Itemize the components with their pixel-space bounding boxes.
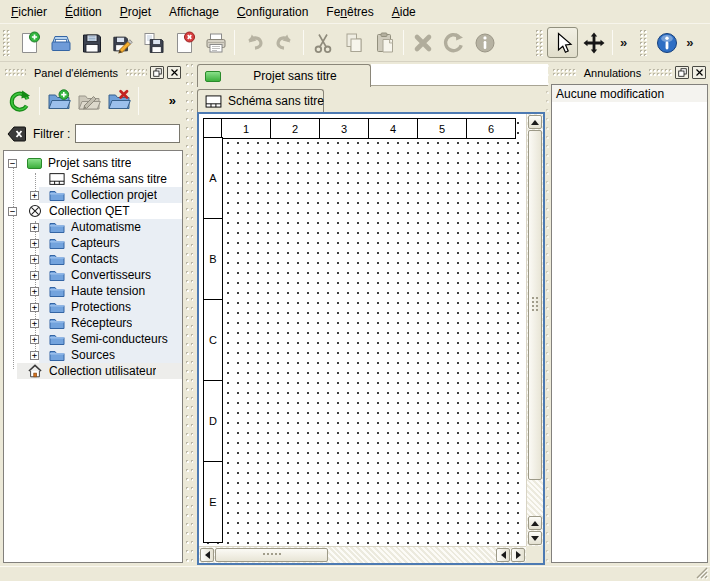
undo-button[interactable] — [238, 27, 269, 58]
diagram-canvas[interactable]: 123456 ABCDE — [199, 114, 526, 546]
tree-expander[interactable] — [30, 335, 39, 344]
toolbar-drag-handle[interactable] — [3, 30, 11, 56]
toolbar-drag-handle[interactable] — [536, 30, 544, 56]
delete-button[interactable] — [407, 27, 438, 58]
elements-tree[interactable]: Projet sans titre — [3, 150, 183, 563]
diagram-information-icon — [655, 31, 679, 55]
tree-expander[interactable] — [30, 223, 39, 232]
tree-expander[interactable] — [30, 303, 39, 312]
clear-filter-button[interactable] — [6, 125, 28, 143]
menu-item[interactable]: Affichage — [160, 1, 228, 23]
undo-history-list[interactable]: Aucune modification — [551, 84, 708, 563]
copy-button[interactable] — [338, 27, 369, 58]
left-arrow-icon — [205, 551, 210, 559]
select-tool-button[interactable] — [547, 27, 578, 58]
menu-item[interactable]: Configuration — [228, 1, 317, 23]
project-icon — [27, 158, 42, 169]
tree-expander[interactable] — [30, 239, 39, 248]
horizontal-scrollbar[interactable] — [199, 546, 526, 563]
tree-expander[interactable] — [30, 319, 39, 328]
scroll-left-button[interactable] — [200, 548, 214, 562]
tree-item[interactable]: Collection QET — [4, 203, 182, 219]
tree-item[interactable]: Capteurs — [4, 235, 182, 251]
toolbar-separator — [612, 30, 613, 55]
save-button[interactable] — [76, 27, 107, 58]
scroll-right-button[interactable] — [511, 548, 525, 562]
paste-button[interactable] — [369, 27, 400, 58]
tree-expander[interactable] — [8, 159, 17, 168]
folder-icon — [49, 268, 65, 282]
tree-item[interactable]: Haute tension — [4, 283, 182, 299]
scroll-up-button[interactable] — [528, 115, 542, 129]
save-as-button[interactable] — [107, 27, 138, 58]
menu-item[interactable]: Fenêtres — [317, 1, 382, 23]
menu-item[interactable]: Fichier — [2, 1, 56, 23]
tree-item[interactable]: Sources — [4, 347, 182, 363]
panel-toolbar-overflow-button[interactable]: » — [169, 93, 181, 108]
new-category-button[interactable] — [44, 85, 74, 117]
tree-expander[interactable] — [30, 271, 39, 280]
scroll-up-button[interactable] — [528, 516, 542, 530]
toolbar-separator — [234, 30, 235, 55]
schema-tab-label: Schéma sans titre — [228, 94, 324, 108]
delete-category-button[interactable] — [104, 85, 134, 117]
tab-project[interactable]: Projet sans titre — [197, 64, 371, 87]
toolbar-overflow-button[interactable]: » — [616, 35, 631, 50]
float-panel-button[interactable] — [675, 66, 689, 79]
tree-item[interactable]: Schéma sans titre — [4, 171, 182, 187]
close-document-button[interactable] — [169, 27, 200, 58]
close-panel-button[interactable] — [167, 66, 181, 79]
new-document-button[interactable] — [14, 27, 45, 58]
menu-item[interactable]: Projet — [111, 1, 160, 23]
vertical-scrollbar[interactable] — [526, 114, 543, 546]
dock-texture — [126, 69, 147, 77]
tree-item[interactable]: Automatisme — [4, 219, 182, 235]
tree-item[interactable]: Collection utilisateur — [4, 363, 182, 379]
undo-list-item[interactable]: Aucune modification — [552, 85, 707, 102]
filter-input[interactable] — [75, 124, 180, 143]
vertical-scrollbar-thumb[interactable] — [528, 130, 542, 480]
splitter-handle[interactable] — [186, 64, 193, 563]
reload-collections-button[interactable] — [5, 85, 35, 117]
tree-expander[interactable] — [30, 287, 39, 296]
tab-schema[interactable]: Schéma sans titre — [197, 89, 324, 112]
scroll-down-button[interactable] — [528, 531, 542, 545]
resize-grip-icon[interactable] — [696, 567, 709, 580]
edit-category-button[interactable] — [74, 85, 104, 117]
tree-expander[interactable] — [30, 351, 39, 360]
tree-item[interactable]: Protections — [4, 299, 182, 315]
menu-item[interactable]: Édition — [56, 1, 111, 23]
tree-expander[interactable] — [30, 255, 39, 264]
tree-item[interactable]: Récepteurs — [4, 315, 182, 331]
diagram-information-button[interactable] — [651, 27, 682, 58]
tree-item[interactable]: Contacts — [4, 251, 182, 267]
information-button[interactable] — [469, 27, 500, 58]
tree-item[interactable]: Convertisseurs — [4, 267, 182, 283]
workspace: Projet sans titre Schéma sans titre 1234… — [197, 64, 548, 565]
tree-item[interactable]: Semi-conducteurs — [4, 331, 182, 347]
menu-item[interactable]: Aide — [383, 1, 425, 23]
tree-item[interactable]: Collection projet — [4, 187, 182, 203]
save-all-button[interactable] — [138, 27, 169, 58]
tree-item-label: Protections — [71, 300, 131, 314]
cut-button[interactable] — [307, 27, 338, 58]
close-icon — [695, 68, 704, 77]
tree-item[interactable]: Projet sans titre — [4, 155, 182, 171]
paste-icon — [373, 31, 397, 55]
horizontal-scrollbar-thumb[interactable] — [215, 548, 328, 562]
toolbar-overflow-button[interactable]: » — [682, 35, 697, 50]
status-bar — [0, 566, 710, 581]
redo-button[interactable] — [269, 27, 300, 58]
rotate-button[interactable] — [438, 27, 469, 58]
close-panel-button[interactable] — [692, 66, 706, 79]
float-icon — [678, 68, 687, 77]
undo-panel-dock: Annulations Aucune modification — [551, 64, 708, 563]
toolbar-drag-handle[interactable] — [640, 30, 648, 56]
move-tool-button[interactable] — [578, 27, 609, 58]
float-panel-button[interactable] — [150, 66, 164, 79]
tree-expander[interactable] — [8, 207, 17, 216]
open-project-button[interactable] — [45, 27, 76, 58]
scroll-left-button[interactable] — [496, 548, 510, 562]
print-button[interactable] — [200, 27, 231, 58]
tree-expander[interactable] — [30, 191, 39, 200]
